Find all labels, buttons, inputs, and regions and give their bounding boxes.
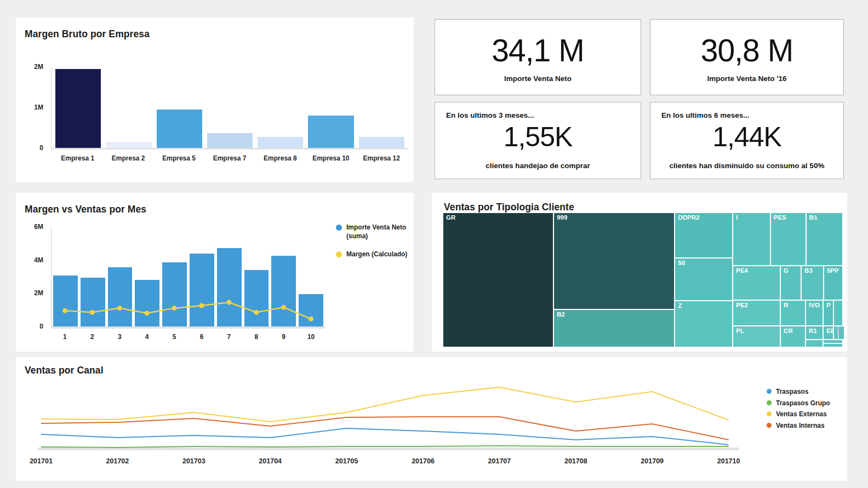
legend-item-margen-calculado[interactable]: Margen (Calculado) [336,250,419,259]
bar-9[interactable] [271,256,296,326]
treemap-tile-small[interactable] [823,343,843,347]
bar-2[interactable] [81,278,105,326]
treemap-tile-cr[interactable]: CR [780,326,806,347]
bar-slot [244,227,269,326]
x-tick-label: 201704 [259,457,282,465]
bar-empresa-1[interactable] [55,69,101,148]
treemap-tile-p[interactable]: P [823,300,833,326]
treemap-tile-b3[interactable]: B3 [801,266,824,301]
legend-item-traspasos[interactable]: Traspasos [767,388,830,397]
canal-line-traspasos-grupo[interactable] [41,446,729,447]
x-tick-label: 1 [53,333,77,341]
panel-margen-bruto: Margen Bruto por Empresa 2M1M0 Empresa 1… [16,18,414,182]
kpi-card-clientes-3-meses[interactable]: En los ultimos 3 meses... 1,55K clientes… [435,102,641,179]
bar-6[interactable] [190,254,214,326]
bar-slot [162,227,187,326]
bar-empresa-7[interactable] [207,133,253,148]
kpi-value: 30,8 M [650,35,843,66]
bar-slot [135,227,159,326]
x-tick-label: 7 [216,333,241,341]
y-tick-label: 2M [34,289,43,297]
kpi-card-importe-venta-neto-16[interactable]: 30,8 M Importe Venta Neto '16 [650,19,844,95]
legend-dot-icon [767,423,772,428]
legend-dot-icon [767,400,772,405]
treemap-tile-pe4[interactable]: PE4 [733,266,780,301]
treemap-tile-z[interactable]: Z [675,301,733,347]
x-tick-label: 201709 [641,457,664,465]
treemap-tile-small[interactable] [838,326,844,340]
margen-bruto-x-axis: Empresa 1Empresa 2Empresa 5Empresa 7Empr… [51,154,408,162]
bar-5[interactable] [162,262,187,326]
tipologia-treemap: GR999B2DDPR250ZIPESB1PE4GB35PPPE2RIVOPPL… [443,213,843,347]
treemap-tile-ivo[interactable]: IVO [806,300,823,326]
treemap-tile-ee[interactable]: EE [823,326,833,340]
margen-ventas-legend: Importe Venta Neto (suma) Margen (Calcul… [336,223,419,259]
treemap-tile-g[interactable]: G [780,266,801,301]
treemap-tile-r1[interactable]: R1 [806,326,823,340]
x-tick-label: Empresa 2 [105,154,151,162]
kpi-card-clientes-6-meses[interactable]: En los ultimos 6 meses... 1,44K clientes… [650,102,844,179]
margen-bruto-y-axis: 2M1M0 [21,67,48,148]
treemap-tile-ddpr2[interactable]: DDPR2 [675,213,733,258]
kpi-card-importe-venta-neto[interactable]: 34,1 M Importe Venta Neto [435,19,641,95]
legend-label: Importe Venta Neto (suma) [346,223,419,240]
panel-margen-vs-ventas: Margen vs Ventas por Mes 6M4M2M0 1234567… [16,193,414,352]
legend-item-ventas-externas[interactable]: Ventas Externas [767,410,830,419]
bar-slot [359,67,404,148]
x-tick-label: 201705 [335,457,358,465]
bar-empresa-8[interactable] [258,137,303,148]
margen-ventas-y-axis: 6M4M2M0 [21,227,48,326]
bar-slot [271,227,296,326]
canal-line-ventas-internas[interactable] [41,417,729,440]
panel-tipologia-cliente: Ventas por Tipologia Cliente GR999B2DDPR… [432,193,847,352]
dashboard: Margen Bruto por Empresa 2M1M0 Empresa 1… [0,0,868,488]
bar-1[interactable] [53,275,78,326]
treemap-tile-small[interactable] [833,300,843,326]
legend-item-traspasos-grupo[interactable]: Traspasos Grupo [767,399,830,408]
treemap-tile-gr[interactable]: GR [443,213,553,347]
legend-item-importe-venta-neto[interactable]: Importe Venta Neto (suma) [336,223,419,240]
kpi-label: Importe Venta Neto [435,74,641,83]
treemap-tile-pes[interactable]: PES [770,213,806,266]
bar-empresa-2[interactable] [106,142,151,148]
canal-legend: TraspasosTraspasos GrupoVentas ExternasV… [767,388,830,430]
treemap-tile-50[interactable]: 50 [675,258,733,300]
legend-item-ventas-internas[interactable]: Ventas Internas [767,422,830,430]
x-tick-label: 5 [162,333,187,341]
treemap-tile-pe2[interactable]: PE2 [733,300,780,326]
treemap-tile-b2[interactable]: B2 [553,309,675,347]
bar-slot [81,227,105,326]
bar-empresa-10[interactable] [308,116,353,148]
treemap-tile-999[interactable]: 999 [553,213,675,309]
bar-4[interactable] [135,280,159,326]
margen-ventas-title: Margen vs Ventas por Mes [25,204,146,215]
x-tick-label: 10 [299,333,323,341]
x-tick-label: 6 [190,333,214,341]
bar-10[interactable] [299,294,323,326]
canal-line-traspasos[interactable] [41,428,729,445]
bar-slot [108,227,133,326]
bar-empresa-12[interactable] [359,137,404,148]
kpi-intro: En los ultimos 3 meses... [446,111,534,119]
canal-baseline [38,447,739,450]
bar-3[interactable] [108,267,133,326]
treemap-tile-b1[interactable]: B1 [806,213,843,266]
y-tick-label: 6M [34,223,43,231]
treemap-tile-small[interactable] [823,340,843,343]
margen-bruto-title: Margen Bruto por Empresa [25,28,150,40]
treemap-tile-pl[interactable]: PL [733,326,780,347]
kpi-label: Importe Venta Neto '16 [650,74,843,83]
treemap-tile-i[interactable]: I [733,213,770,266]
bar-7[interactable] [217,248,242,326]
bar-8[interactable] [244,270,269,326]
x-tick-label: 201708 [564,457,587,465]
treemap-tile-r[interactable]: R [780,300,806,326]
x-tick-label: 9 [271,333,296,341]
canal-line-ventas-externas[interactable] [41,387,729,422]
x-tick-label: 201703 [182,457,205,465]
treemap-tile-small[interactable] [806,340,823,347]
legend-label: Traspasos Grupo [776,399,830,408]
treemap-tile-5pp[interactable]: 5PP [824,266,843,301]
bar-empresa-5[interactable] [157,110,202,148]
y-tick-label: 0 [39,323,43,330]
